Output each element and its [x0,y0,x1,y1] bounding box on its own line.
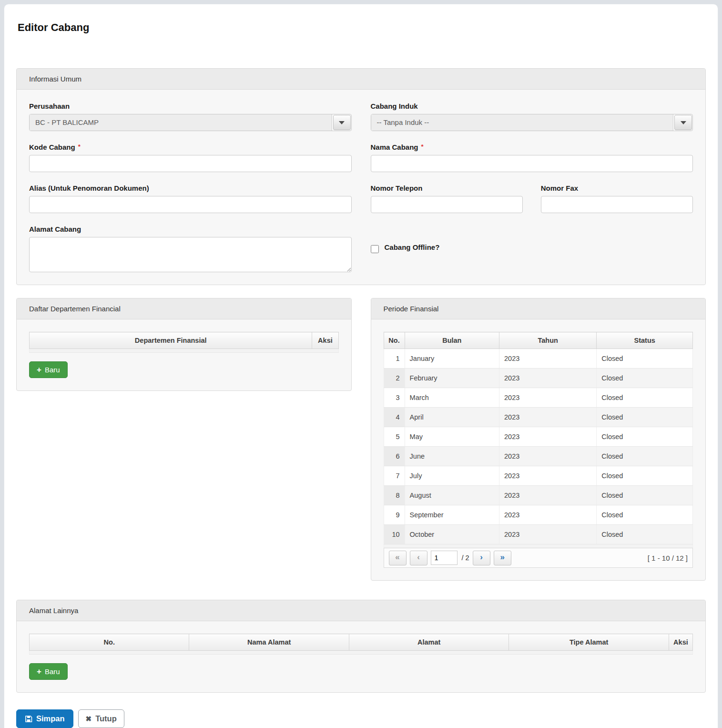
cabang-offline-label[interactable]: Cabang Offline? [385,243,440,251]
table-row: 8August2023Closed [384,486,693,505]
required-asterisk: * [78,143,81,150]
alias-label: Alias (Untuk Penomoran Dokumen) [29,184,352,192]
departemen-table: Departemen Finansial Aksi [29,332,339,353]
periode-cell-no: 2 [384,369,405,388]
perusahaan-selected-value: BC - PT BALICAMP [30,114,332,131]
cabang-induk-selected-value: -- Tanpa Induk -- [371,114,674,131]
tipe-alamat-column-header: Tipe Alamat [509,634,669,651]
empty-table-strip [30,349,339,353]
baru-button-label: Baru [45,667,60,676]
periode-cell-no: 4 [384,408,405,427]
empty-table-strip [30,651,693,655]
total-pages-label: / 2 [462,554,469,562]
last-page-button[interactable]: » [494,551,511,565]
alias-input[interactable] [29,196,352,213]
nomor-fax-label: Nomor Fax [541,184,693,192]
periode-cell-status: Closed [597,408,693,427]
periode-cell-no: 3 [384,388,405,408]
periode-cell-bulan: June [405,447,499,466]
field-alamat-cabang: Alamat Cabang [29,225,352,272]
periode-pagination: « ‹ / 2 › » [ 1 - 10 / 12 ] [384,548,693,568]
table-row: 4April2023Closed [384,408,693,427]
first-page-button[interactable]: « [389,551,407,565]
panel-daftar-departemen: Daftar Departemen Financial Departemen F… [16,298,352,391]
periode-cell-tahun: 2023 [499,466,597,486]
tahun-column-header: Tahun [499,332,597,349]
table-row: 7July2023Closed [384,466,693,486]
table-row: 5May2023Closed [384,427,693,447]
table-row: 6June2023Closed [384,447,693,466]
field-perusahaan: Perusahaan BC - PT BALICAMP [29,102,352,131]
nomor-telepon-input[interactable] [371,196,523,213]
close-icon: ✖ [86,715,92,723]
nama-cabang-input[interactable] [371,155,693,172]
periode-cell-bulan: August [405,486,499,505]
periode-cell-bulan: May [405,427,499,447]
periode-cell-tahun: 2023 [499,447,597,466]
periode-cell-status: Closed [597,466,693,486]
chevron-right-icon: › [480,553,483,562]
periode-cell-status: Closed [597,486,693,505]
page-number-input[interactable] [431,551,458,565]
simpan-button-label: Simpan [36,714,65,723]
periode-cell-bulan: September [405,505,499,525]
nama-alamat-column-header: Nama Alamat [189,634,349,651]
periode-cell-status: Closed [597,388,693,408]
alamat-baru-button[interactable]: + Baru [29,663,68,680]
cabang-induk-select[interactable]: -- Tanpa Induk -- [371,114,693,131]
save-icon [25,715,32,723]
chevron-left-icon: ‹ [417,553,420,562]
tutup-button[interactable]: ✖ Tutup [78,709,124,728]
periode-cell-tahun: 2023 [499,427,597,447]
alamat-table: No. Nama Alamat Alamat Tipe Alamat Aksi [29,634,693,655]
table-row: 2February2023Closed [384,369,693,388]
next-page-button[interactable]: › [473,551,490,565]
kode-cabang-input[interactable] [29,155,352,172]
double-chevron-left-icon: « [395,553,399,562]
periode-table: No. Bulan Tahun Status 1January2023Close… [384,332,693,548]
chevron-down-icon [681,121,686,124]
status-column-header: Status [597,332,693,349]
periode-cell-no: 7 [384,466,405,486]
periode-cell-no: 9 [384,505,405,525]
panel-periode-finansial-title: Periode Finansial [371,298,706,319]
panel-periode-finansial: Periode Finansial No. Bulan Tahun Status… [371,298,706,581]
perusahaan-dropdown-button[interactable] [333,115,351,130]
periode-cell-no: 1 [384,349,405,369]
prev-page-button[interactable]: ‹ [410,551,427,565]
periode-cell-status: Closed [597,427,693,447]
periode-cell-no: 10 [384,525,405,544]
editor-cabang-card: Editor Cabang Informasi Umum Perusahaan … [4,4,718,728]
table-row: 1January2023Closed [384,349,693,369]
double-chevron-right-icon: » [500,553,504,562]
panel-alamat-lainnya-title: Alamat Lainnya [17,600,705,621]
plus-icon: + [37,366,41,374]
departemen-baru-button[interactable]: + Baru [29,361,68,378]
bulan-column-header: Bulan [405,332,499,349]
no-column-header: No. [384,332,405,349]
perusahaan-select[interactable]: BC - PT BALICAMP [29,114,352,131]
nomor-fax-input[interactable] [541,196,693,213]
table-row: 10October2023Closed [384,525,693,544]
simpan-button[interactable]: Simpan [16,709,73,728]
periode-cell-tahun: 2023 [499,369,597,388]
periode-cell-bulan: January [405,349,499,369]
periode-table-body: 1January2023Closed2February2023Closed3Ma… [384,349,693,544]
departemen-column-header: Departemen Finansial [30,332,312,349]
alamat-cabang-textarea[interactable] [29,237,352,272]
periode-cell-bulan: March [405,388,499,408]
field-nama-cabang: Nama Cabang* [371,143,693,172]
cabang-offline-checkbox[interactable] [371,245,379,253]
field-nomor-telepon: Nomor Telepon [371,184,523,213]
periode-cell-status: Closed [597,505,693,525]
table-row: 3March2023Closed [384,388,693,408]
field-alias: Alias (Untuk Penomoran Dokumen) [29,184,352,213]
periode-cell-bulan: July [405,466,499,486]
cabang-induk-dropdown-button[interactable] [674,115,692,130]
panel-alamat-lainnya: Alamat Lainnya No. Nama Alamat Alamat Ti… [16,600,706,693]
field-nomor-fax: Nomor Fax [541,184,693,213]
alamat-column-header: Alamat [349,634,508,651]
nomor-telepon-label: Nomor Telepon [371,184,523,192]
aksi-column-header: Aksi [669,634,692,651]
periode-cell-tahun: 2023 [499,525,597,544]
